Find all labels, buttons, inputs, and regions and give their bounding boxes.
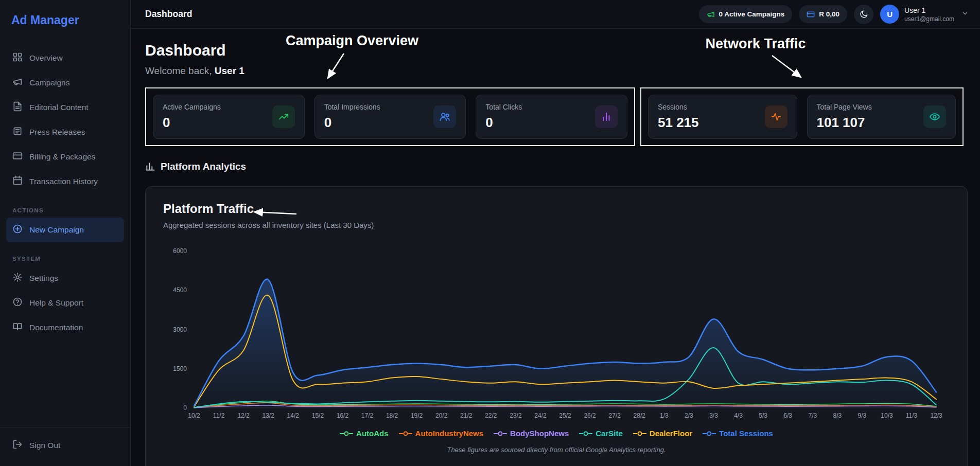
stat-value: 101 107 [817, 115, 872, 131]
sidebar-item-new-campaign[interactable]: New Campaign [6, 218, 124, 242]
sidebar-item-overview[interactable]: Overview [6, 46, 124, 70]
user-name: User 1 [904, 6, 954, 14]
stat-card-active-campaigns: Active Campaigns 0 [153, 95, 305, 139]
legend-line-icon [633, 431, 646, 437]
svg-text:9/3: 9/3 [858, 412, 867, 419]
sidebar-item-label: Editorial Content [29, 103, 89, 112]
sidebar-item-label: Campaigns [29, 78, 69, 87]
sidebar-item-label: New Campaign [29, 225, 84, 235]
legend-item[interactable]: Total Sessions [703, 429, 773, 438]
svg-text:1/3: 1/3 [660, 412, 669, 419]
user-menu[interactable]: U User 1 user1@gmail.com [880, 5, 969, 24]
stat-value: 0 [324, 115, 380, 131]
active-campaigns-label: 0 Active Campaigns [719, 10, 785, 18]
platform-traffic-card: Platform Traffic Aggregated sessions acr… [145, 186, 968, 466]
page-title: Dashboard [145, 41, 968, 60]
calendar-icon [12, 175, 23, 188]
plus-circle-icon [12, 224, 23, 236]
annotation-box-network-traffic: Sessions 51 215 Total Page Views 101 107 [640, 87, 964, 146]
stat-value: 0 [163, 115, 221, 131]
balance-label: R 0,00 [819, 10, 839, 18]
stat-card-sessions: Sessions 51 215 [648, 95, 797, 139]
svg-text:13/2: 13/2 [262, 412, 275, 419]
svg-text:11/3: 11/3 [906, 412, 918, 419]
sidebar-item-editorial-content[interactable]: Editorial Content [6, 95, 124, 120]
stat-meta: Active Campaigns 0 [163, 103, 221, 131]
chart-legend: AutoAdsAutoIndustryNewsBodyShopNewsCarSi… [163, 429, 950, 438]
legend-item[interactable]: DealerFloor [633, 429, 692, 438]
svg-text:21/2: 21/2 [460, 412, 472, 419]
platform-analytics-label: Platform Analytics [161, 160, 246, 173]
bar-chart-icon [145, 162, 155, 172]
megaphone-icon [707, 10, 715, 19]
svg-text:27/2: 27/2 [609, 412, 621, 419]
svg-text:16/2: 16/2 [337, 412, 349, 419]
sidebar-item-campaigns[interactable]: Campaigns [6, 70, 124, 95]
svg-text:18/2: 18/2 [386, 412, 398, 419]
svg-text:17/2: 17/2 [361, 412, 374, 419]
sidebar-section-actions: Actions [12, 207, 118, 213]
sidebar-item-label: Overview [29, 53, 63, 63]
sidebar-section-system: System [12, 256, 118, 262]
stat-meta: Total Page Views 101 107 [817, 103, 872, 131]
legend-line-icon [579, 431, 592, 437]
annotation-box-campaign-overview: Active Campaigns 0 Total Impressions 0 [145, 87, 635, 146]
welcome-prefix: Welcome back, [145, 65, 212, 76]
legend-line-icon [703, 431, 716, 437]
gear-icon [12, 272, 23, 284]
svg-text:8/3: 8/3 [833, 412, 842, 419]
balance-badge[interactable]: R 0,00 [799, 5, 847, 23]
credit-card-icon [12, 151, 23, 163]
legend-item[interactable]: AutoAds [340, 429, 389, 438]
stat-label: Sessions [658, 103, 699, 111]
sidebar-item-settings[interactable]: Settings [6, 266, 124, 291]
stat-label: Total Page Views [817, 103, 872, 111]
moon-icon [859, 10, 868, 19]
legend-item[interactable]: CarSite [579, 429, 623, 438]
topbar-controls: 0 Active Campaigns R 0,00 U User 1 user1… [699, 5, 969, 24]
sign-out-button[interactable]: Sign Out [6, 433, 124, 458]
svg-text:1500: 1500 [173, 365, 187, 372]
sidebar-item-label: Documentation [29, 323, 83, 332]
stat-card-total-page-views: Total Page Views 101 107 [807, 95, 956, 139]
svg-text:10/2: 10/2 [188, 412, 200, 419]
legend-item[interactable]: AutoIndustryNews [399, 429, 484, 438]
theme-toggle-button[interactable] [854, 5, 873, 24]
svg-text:14/2: 14/2 [287, 412, 300, 419]
svg-text:20/2: 20/2 [435, 412, 448, 419]
sidebar-item-label: Press Releases [29, 128, 85, 137]
chevron-down-icon [961, 10, 969, 19]
platform-analytics-heading: Platform Analytics [145, 160, 968, 173]
stat-value: 51 215 [658, 115, 699, 131]
stat-label: Total Clicks [485, 103, 522, 111]
eye-icon [923, 105, 946, 128]
sign-out-label: Sign Out [29, 441, 60, 450]
main-area: Dashboard 0 Active Campaigns R 0,00 U Us… [131, 0, 980, 466]
legend-item[interactable]: BodyShopNews [494, 429, 569, 438]
wallet-icon [807, 10, 815, 19]
svg-text:6/3: 6/3 [783, 412, 792, 419]
trending-up-icon [272, 105, 295, 128]
sidebar-item-transaction-history[interactable]: Transaction History [6, 169, 124, 194]
sidebar-item-press-releases[interactable]: Press Releases [6, 120, 124, 145]
log-out-icon [12, 439, 23, 452]
sidebar: Ad Manager Overview Campaigns Editorial … [0, 0, 131, 466]
svg-text:5/3: 5/3 [759, 412, 767, 419]
welcome-user-name: User 1 [215, 65, 244, 76]
user-email: user1@gmail.com [904, 15, 954, 23]
active-campaigns-badge[interactable]: 0 Active Campaigns [699, 5, 793, 23]
legend-line-icon [399, 431, 412, 437]
svg-text:7/3: 7/3 [808, 412, 817, 419]
sidebar-item-help-support[interactable]: Help & Support [6, 291, 124, 315]
sidebar-item-documentation[interactable]: Documentation [6, 315, 124, 340]
legend-line-icon [494, 431, 507, 437]
svg-text:22/2: 22/2 [485, 412, 497, 419]
stat-meta: Total Impressions 0 [324, 103, 380, 131]
sidebar-footer: Sign Out [0, 427, 130, 466]
stat-value: 0 [485, 115, 522, 131]
users-icon [433, 105, 456, 128]
stat-meta: Total Clicks 0 [485, 103, 522, 131]
sidebar-item-billing-packages[interactable]: Billing & Packages [6, 145, 124, 169]
user-meta: User 1 user1@gmail.com [904, 6, 954, 23]
svg-text:4500: 4500 [173, 286, 187, 294]
